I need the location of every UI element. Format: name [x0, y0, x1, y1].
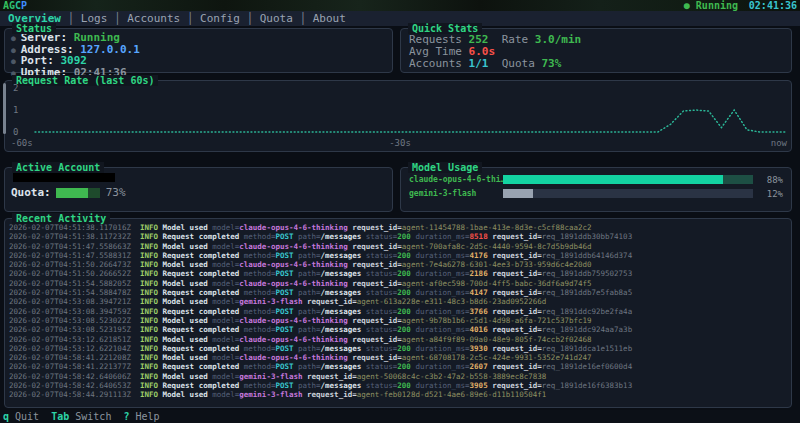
log-key-model: model= — [212, 316, 239, 325]
log-key-model: model= — [212, 297, 239, 306]
log-row: 2026-02-07T04:51:54.588478Z INFO Request… — [9, 288, 791, 297]
request-rate-chart: 210 — [11, 85, 787, 137]
log-key-request-id: request_id= — [492, 232, 542, 241]
log-duration-value: 4176 — [470, 251, 493, 260]
quota-progress-fill — [56, 188, 88, 198]
log-event: Model used — [163, 353, 213, 362]
log-method-value: POST — [275, 232, 298, 241]
stat-value: 1/1 — [469, 57, 489, 70]
log-key-path: path= — [298, 325, 321, 334]
key-hint-quit[interactable]: q Quit — [3, 411, 39, 422]
log-path-value: /messages — [321, 400, 366, 401]
tab-accounts[interactable]: Accounts — [127, 12, 180, 25]
log-timestamp: 2026-02-07T04:51:50.266652Z — [9, 269, 140, 278]
log-key-method: method= — [244, 232, 276, 241]
log-request-id: req_1891ddb7e5fab8a5 — [542, 288, 632, 297]
log-row: 2026-02-07T04:53:08.523195Z INFO Request… — [9, 325, 791, 334]
recent-activity-title: Recent Activity — [12, 213, 110, 224]
log-status-value: 200 — [397, 362, 415, 371]
stat-value: 3.0/min — [535, 33, 581, 46]
log-request-id: req_1891ddca1e1511eb — [542, 344, 632, 353]
log-level: INFO — [140, 381, 163, 390]
tab-quota[interactable]: Quota — [260, 12, 293, 25]
bullet-icon: ● — [11, 57, 21, 66]
log-agent-id: agent-700afa8c-2d5c-4440-9594-8c7d5b9db4… — [402, 242, 592, 251]
log-key-request-id: request_id= — [492, 362, 542, 371]
log-key-method: method= — [244, 307, 276, 316]
log-duration-value: 3905 — [470, 381, 493, 390]
log-level: INFO — [140, 344, 163, 353]
log-list[interactable]: 2026-02-07T04:51:38.117016Z INFO Model u… — [5, 219, 791, 401]
log-key-status: status= — [366, 288, 398, 297]
key-action-label: Switch — [75, 411, 111, 422]
log-event: Request completed — [163, 400, 244, 401]
log-key-request-id: request_id= — [492, 307, 542, 316]
log-status-value: 200 — [397, 400, 415, 401]
y-tick-label: 0 — [13, 128, 27, 137]
log-key-request-id: request_id= — [352, 335, 402, 344]
log-model-value: gemini-3-flash — [239, 297, 307, 306]
log-key-request-id: request_id= — [492, 288, 542, 297]
log-timestamp: 2026-02-07T04:53:12.621851Z — [9, 335, 140, 344]
log-key-model: model= — [212, 372, 239, 381]
log-event: Request completed — [163, 269, 244, 278]
log-key-method: method= — [244, 381, 276, 390]
log-agent-id: agent-68708178-2c5c-424e-9931-5352e741d2… — [402, 353, 592, 362]
log-level: INFO — [140, 325, 163, 334]
tab-bar: Overview │ Logs │ Accounts │ Config │ Qu… — [0, 11, 800, 26]
key-hint-switch[interactable]: Tab Switch — [51, 411, 111, 422]
sparkline-svg — [33, 85, 787, 137]
log-event: Request completed — [163, 344, 244, 353]
log-status-value: 200 — [397, 307, 415, 316]
log-key-status: status= — [366, 400, 398, 401]
log-method-value: POST — [275, 251, 298, 260]
log-path-value: /messages — [321, 251, 366, 260]
log-path-value: /messages — [321, 381, 366, 390]
chart-x-labels: -60s -30s now — [11, 138, 789, 148]
log-timestamp: 2026-02-07T04:58:44.291113Z — [9, 390, 140, 399]
status-panel: Status ● Server: Running● Address: 127.0… — [4, 28, 393, 73]
log-path-value: /messages — [321, 307, 366, 316]
log-key-model: model= — [212, 353, 239, 362]
log-timestamp: 2026-02-07T04:58:41.221377Z — [9, 362, 140, 371]
log-row: 2026-02-07T04:58:44.291154Z INFO Request… — [9, 400, 791, 401]
running-dot-icon: ● — [684, 0, 696, 11]
log-model-value: claude-opus-4-6-thinking — [239, 260, 352, 269]
request-rate-panel: Request Rate (last 60s) 210 -60s -30s no… — [4, 80, 792, 152]
key-hint-help[interactable]: ? Help — [123, 411, 159, 422]
log-timestamp: 2026-02-07T04:51:54.588205Z — [9, 279, 140, 288]
tab-about[interactable]: About — [313, 12, 346, 25]
log-key-request-id: request_id= — [492, 344, 542, 353]
quick-stats-title: Quick Stats — [408, 23, 482, 34]
log-key-duration: duration_ms= — [415, 344, 469, 353]
log-event: Request completed — [163, 307, 244, 316]
log-key-method: method= — [244, 362, 276, 371]
log-method-value: POST — [275, 325, 298, 334]
key-action-label: Quit — [15, 411, 39, 422]
tab-logs[interactable]: Logs — [81, 12, 108, 25]
model-name: claude-opus-4-6-thi… — [409, 175, 503, 184]
active-account-panel: Active Account Quota: 73% — [4, 167, 393, 212]
top-bar: AGCP ● Running 02:41:36 — [0, 0, 800, 11]
log-level: INFO — [140, 242, 163, 251]
tab-config[interactable]: Config — [200, 12, 240, 25]
log-key-request-id: request_id= — [492, 251, 542, 260]
log-row: 2026-02-07T04:51:50.266652Z INFO Request… — [9, 269, 791, 278]
log-row: 2026-02-07T04:58:41.221377Z INFO Request… — [9, 362, 791, 371]
account-quota-row: Quota: 73% — [11, 187, 126, 198]
log-event: Request completed — [163, 325, 244, 334]
log-row: 2026-02-07T04:58:42.640606Z INFO Model u… — [9, 372, 791, 381]
log-key-duration: duration_ms= — [415, 251, 469, 260]
model-usage-percent: 88% — [761, 175, 783, 185]
log-level: INFO — [140, 400, 163, 401]
chart-scrollbar[interactable] — [3, 83, 6, 134]
log-model-value: claude-opus-4-6-thinking — [239, 316, 352, 325]
log-request-id: req_1891ddb64146d374 — [542, 251, 632, 260]
bullet-icon: ● — [11, 34, 21, 43]
stat-label: Quota — [502, 57, 542, 70]
server-status-indicator: ● Running — [684, 0, 738, 11]
key-glyph: Tab — [51, 411, 75, 422]
log-row: 2026-02-07T04:58:44.291113Z INFO Model u… — [9, 390, 791, 399]
log-path-value: /messages — [321, 325, 366, 334]
log-level: INFO — [140, 260, 163, 269]
